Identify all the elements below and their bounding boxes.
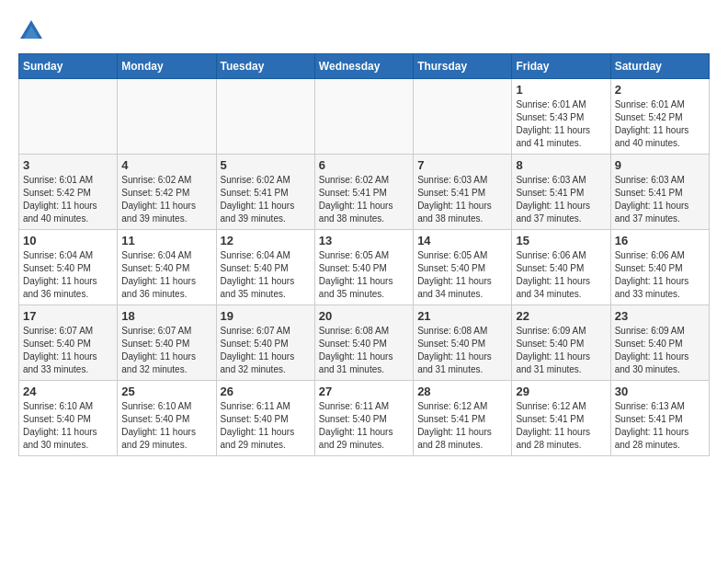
calendar-week-row: 3Sunrise: 6:01 AM Sunset: 5:42 PM Daylig… xyxy=(19,155,710,230)
calendar-cell: 11Sunrise: 6:04 AM Sunset: 5:40 PM Dayli… xyxy=(118,230,216,305)
day-number: 29 xyxy=(516,385,606,398)
day-info: Sunrise: 6:10 AM Sunset: 5:40 PM Dayligh… xyxy=(23,400,113,452)
day-info: Sunrise: 6:06 AM Sunset: 5:40 PM Dayligh… xyxy=(516,249,606,301)
calendar-cell: 6Sunrise: 6:02 AM Sunset: 5:41 PM Daylig… xyxy=(314,155,413,230)
calendar-cell: 30Sunrise: 6:13 AM Sunset: 5:41 PM Dayli… xyxy=(610,381,709,456)
day-info: Sunrise: 6:08 AM Sunset: 5:40 PM Dayligh… xyxy=(417,325,507,376)
day-number: 22 xyxy=(516,309,606,323)
day-number: 1 xyxy=(516,83,606,97)
calendar-week-row: 17Sunrise: 6:07 AM Sunset: 5:40 PM Dayli… xyxy=(19,305,710,381)
calendar-cell: 4Sunrise: 6:02 AM Sunset: 5:42 PM Daylig… xyxy=(118,155,216,230)
calendar-cell: 27Sunrise: 6:11 AM Sunset: 5:40 PM Dayli… xyxy=(314,381,413,456)
calendar-cell: 26Sunrise: 6:11 AM Sunset: 5:40 PM Dayli… xyxy=(216,381,314,456)
day-number: 12 xyxy=(221,234,311,247)
day-number: 23 xyxy=(615,309,705,323)
weekday-header: Saturday xyxy=(610,54,709,79)
calendar-cell: 25Sunrise: 6:10 AM Sunset: 5:40 PM Dayli… xyxy=(118,381,216,456)
calendar-cell: 20Sunrise: 6:08 AM Sunset: 5:40 PM Dayli… xyxy=(314,305,413,381)
calendar-cell xyxy=(414,79,512,155)
day-number: 10 xyxy=(23,234,113,247)
calendar-cell: 21Sunrise: 6:08 AM Sunset: 5:40 PM Dayli… xyxy=(414,305,512,381)
weekday-header: Monday xyxy=(118,54,216,79)
day-info: Sunrise: 6:06 AM Sunset: 5:40 PM Dayligh… xyxy=(615,249,705,301)
weekday-header: Sunday xyxy=(19,54,118,79)
weekday-header: Tuesday xyxy=(216,54,314,79)
day-info: Sunrise: 6:08 AM Sunset: 5:40 PM Dayligh… xyxy=(319,325,409,376)
calendar-cell: 2Sunrise: 6:01 AM Sunset: 5:42 PM Daylig… xyxy=(610,79,709,155)
logo-icon xyxy=(18,18,44,44)
day-info: Sunrise: 6:12 AM Sunset: 5:41 PM Dayligh… xyxy=(516,400,606,452)
calendar-cell: 29Sunrise: 6:12 AM Sunset: 5:41 PM Dayli… xyxy=(512,381,610,456)
calendar-cell: 22Sunrise: 6:09 AM Sunset: 5:40 PM Dayli… xyxy=(512,305,610,381)
day-info: Sunrise: 6:04 AM Sunset: 5:40 PM Dayligh… xyxy=(221,249,311,301)
day-info: Sunrise: 6:04 AM Sunset: 5:40 PM Dayligh… xyxy=(23,249,113,301)
day-number: 14 xyxy=(417,234,507,247)
day-info: Sunrise: 6:05 AM Sunset: 5:40 PM Dayligh… xyxy=(319,249,409,301)
header xyxy=(18,18,710,44)
calendar-cell: 12Sunrise: 6:04 AM Sunset: 5:40 PM Dayli… xyxy=(216,230,314,305)
calendar-cell: 13Sunrise: 6:05 AM Sunset: 5:40 PM Dayli… xyxy=(314,230,413,305)
day-number: 11 xyxy=(121,234,211,247)
day-number: 16 xyxy=(615,234,705,247)
day-info: Sunrise: 6:11 AM Sunset: 5:40 PM Dayligh… xyxy=(221,400,311,452)
day-number: 19 xyxy=(221,309,311,323)
day-number: 17 xyxy=(23,309,113,323)
calendar-cell: 10Sunrise: 6:04 AM Sunset: 5:40 PM Dayli… xyxy=(19,230,118,305)
day-number: 24 xyxy=(23,385,113,398)
day-number: 2 xyxy=(615,83,705,97)
calendar-cell: 5Sunrise: 6:02 AM Sunset: 5:41 PM Daylig… xyxy=(216,155,314,230)
calendar-cell: 7Sunrise: 6:03 AM Sunset: 5:41 PM Daylig… xyxy=(414,155,512,230)
day-number: 30 xyxy=(615,385,705,398)
day-info: Sunrise: 6:02 AM Sunset: 5:41 PM Dayligh… xyxy=(221,174,311,225)
day-number: 3 xyxy=(23,158,113,172)
day-info: Sunrise: 6:04 AM Sunset: 5:40 PM Dayligh… xyxy=(121,249,211,301)
calendar-cell: 15Sunrise: 6:06 AM Sunset: 5:40 PM Dayli… xyxy=(512,230,610,305)
day-info: Sunrise: 6:10 AM Sunset: 5:40 PM Dayligh… xyxy=(121,400,211,452)
day-number: 4 xyxy=(121,158,211,172)
day-number: 13 xyxy=(319,234,409,247)
calendar-cell: 18Sunrise: 6:07 AM Sunset: 5:40 PM Dayli… xyxy=(118,305,216,381)
day-info: Sunrise: 6:05 AM Sunset: 5:40 PM Dayligh… xyxy=(417,249,507,301)
day-number: 27 xyxy=(319,385,409,398)
calendar-cell xyxy=(314,79,413,155)
weekday-header: Friday xyxy=(512,54,610,79)
day-info: Sunrise: 6:09 AM Sunset: 5:40 PM Dayligh… xyxy=(615,325,705,376)
day-info: Sunrise: 6:03 AM Sunset: 5:41 PM Dayligh… xyxy=(615,174,705,225)
day-info: Sunrise: 6:07 AM Sunset: 5:40 PM Dayligh… xyxy=(121,325,211,376)
day-info: Sunrise: 6:07 AM Sunset: 5:40 PM Dayligh… xyxy=(23,325,113,376)
calendar-cell: 8Sunrise: 6:03 AM Sunset: 5:41 PM Daylig… xyxy=(512,155,610,230)
day-info: Sunrise: 6:09 AM Sunset: 5:40 PM Dayligh… xyxy=(516,325,606,376)
weekday-header: Wednesday xyxy=(314,54,413,79)
logo xyxy=(18,18,48,44)
day-info: Sunrise: 6:01 AM Sunset: 5:42 PM Dayligh… xyxy=(23,174,113,225)
day-info: Sunrise: 6:01 AM Sunset: 5:42 PM Dayligh… xyxy=(615,98,705,150)
day-number: 26 xyxy=(221,385,311,398)
calendar-cell: 16Sunrise: 6:06 AM Sunset: 5:40 PM Dayli… xyxy=(610,230,709,305)
calendar-cell: 1Sunrise: 6:01 AM Sunset: 5:43 PM Daylig… xyxy=(512,79,610,155)
day-info: Sunrise: 6:11 AM Sunset: 5:40 PM Dayligh… xyxy=(319,400,409,452)
day-info: Sunrise: 6:01 AM Sunset: 5:43 PM Dayligh… xyxy=(516,98,606,150)
calendar-cell xyxy=(19,79,118,155)
calendar-week-row: 1Sunrise: 6:01 AM Sunset: 5:43 PM Daylig… xyxy=(19,79,710,155)
day-number: 28 xyxy=(417,385,507,398)
day-info: Sunrise: 6:02 AM Sunset: 5:42 PM Dayligh… xyxy=(121,174,211,225)
weekday-header: Thursday xyxy=(414,54,512,79)
day-number: 20 xyxy=(319,309,409,323)
calendar-table: SundayMondayTuesdayWednesdayThursdayFrid… xyxy=(18,53,710,456)
calendar-cell: 3Sunrise: 6:01 AM Sunset: 5:42 PM Daylig… xyxy=(19,155,118,230)
calendar-cell xyxy=(216,79,314,155)
day-number: 9 xyxy=(615,158,705,172)
calendar-cell: 14Sunrise: 6:05 AM Sunset: 5:40 PM Dayli… xyxy=(414,230,512,305)
day-info: Sunrise: 6:12 AM Sunset: 5:41 PM Dayligh… xyxy=(417,400,507,452)
day-info: Sunrise: 6:03 AM Sunset: 5:41 PM Dayligh… xyxy=(516,174,606,225)
calendar-cell: 9Sunrise: 6:03 AM Sunset: 5:41 PM Daylig… xyxy=(610,155,709,230)
day-info: Sunrise: 6:07 AM Sunset: 5:40 PM Dayligh… xyxy=(221,325,311,376)
day-number: 6 xyxy=(319,158,409,172)
day-number: 5 xyxy=(221,158,311,172)
day-number: 21 xyxy=(417,309,507,323)
day-number: 8 xyxy=(516,158,606,172)
day-number: 15 xyxy=(516,234,606,247)
calendar-cell: 23Sunrise: 6:09 AM Sunset: 5:40 PM Dayli… xyxy=(610,305,709,381)
day-info: Sunrise: 6:13 AM Sunset: 5:41 PM Dayligh… xyxy=(615,400,705,452)
calendar-cell: 19Sunrise: 6:07 AM Sunset: 5:40 PM Dayli… xyxy=(216,305,314,381)
